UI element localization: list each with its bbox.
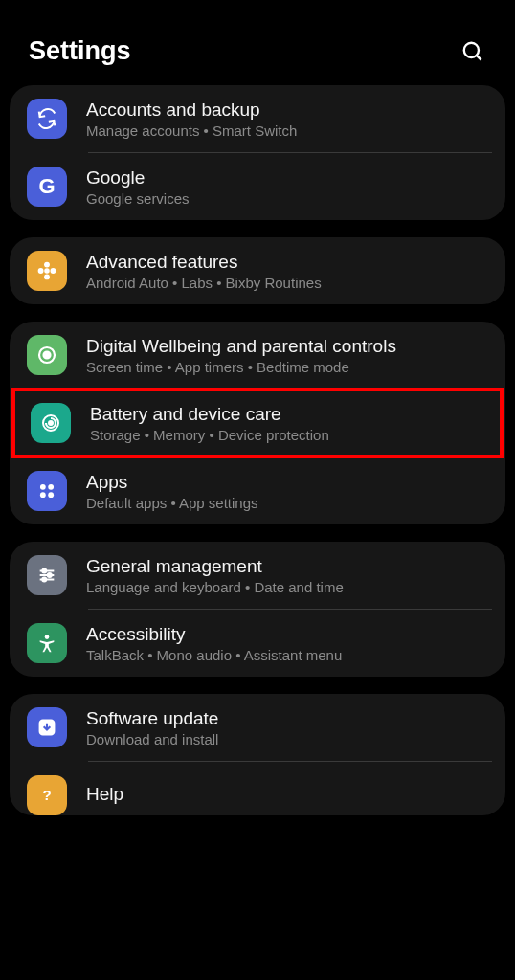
item-subtitle: Language and keyboard • Date and time <box>86 579 488 595</box>
item-subtitle: Download and install <box>86 731 488 747</box>
svg-point-4 <box>44 274 50 279</box>
item-subtitle: Google services <box>86 190 488 207</box>
apps-icon <box>27 471 67 511</box>
settings-group: Accounts and backup Manage accounts • Sm… <box>10 85 505 220</box>
google-icon: G <box>27 167 67 207</box>
item-text: Apps Default apps • App settings <box>86 472 488 511</box>
item-subtitle: Default apps • App settings <box>86 495 488 511</box>
flower-icon <box>27 251 67 291</box>
accessibility-icon <box>27 623 67 663</box>
settings-item-wellbeing[interactable]: Digital Wellbeing and parental controls … <box>10 322 505 389</box>
item-text: Advanced features Android Auto • Labs • … <box>86 252 488 291</box>
item-text: Help <box>86 784 488 807</box>
search-icon <box>460 39 485 64</box>
settings-item-general[interactable]: General management Language and keyboard… <box>10 542 505 609</box>
svg-text:?: ? <box>42 787 51 803</box>
item-title: Accessibility <box>86 624 488 645</box>
item-text: Accessibility TalkBack • Mono audio • As… <box>86 624 488 663</box>
svg-point-18 <box>48 573 52 577</box>
settings-item-software[interactable]: Software update Download and install <box>10 694 505 761</box>
settings-group: Advanced features Android Auto • Labs • … <box>10 237 505 304</box>
wellbeing-icon <box>27 335 67 375</box>
item-text: Google Google services <box>86 167 488 207</box>
search-button[interactable] <box>459 38 486 65</box>
item-text: Accounts and backup Manage accounts • Sm… <box>86 100 488 139</box>
item-title: Accounts and backup <box>86 100 488 121</box>
svg-point-14 <box>48 492 54 498</box>
item-title: Battery and device care <box>90 404 484 425</box>
svg-point-0 <box>464 42 479 56</box>
svg-point-13 <box>40 492 46 498</box>
settings-group: General management Language and keyboard… <box>10 542 505 677</box>
svg-point-8 <box>44 352 51 359</box>
item-title: Digital Wellbeing and parental controls <box>86 336 488 357</box>
help-icon: ? <box>27 775 67 815</box>
update-icon <box>27 707 67 747</box>
settings-item-advanced[interactable]: Advanced features Android Auto • Labs • … <box>10 237 505 304</box>
sync-icon <box>27 99 67 139</box>
svg-point-6 <box>50 268 56 274</box>
svg-line-1 <box>477 55 481 59</box>
page-title: Settings <box>29 36 131 66</box>
settings-group: Digital Wellbeing and parental controls … <box>10 322 505 524</box>
device-care-icon <box>31 403 71 443</box>
settings-item-accessibility[interactable]: Accessibility TalkBack • Mono audio • As… <box>10 610 505 677</box>
svg-point-12 <box>48 484 54 490</box>
settings-group: Software update Download and install ? H… <box>10 694 505 815</box>
svg-point-11 <box>40 484 46 490</box>
settings-item-apps[interactable]: Apps Default apps • App settings <box>10 457 505 524</box>
item-text: Digital Wellbeing and parental controls … <box>86 336 488 375</box>
svg-point-16 <box>42 568 46 572</box>
item-subtitle: Manage accounts • Smart Switch <box>86 122 488 139</box>
item-title: Apps <box>86 472 488 493</box>
item-text: Battery and device care Storage • Memory… <box>90 404 484 443</box>
item-subtitle: Storage • Memory • Device protection <box>90 427 484 443</box>
item-title: Google <box>86 167 488 189</box>
svg-point-20 <box>42 578 46 582</box>
svg-point-5 <box>38 268 44 274</box>
item-title: Advanced features <box>86 252 488 273</box>
svg-point-2 <box>44 268 50 274</box>
settings-item-google[interactable]: G Google Google services <box>10 153 505 220</box>
svg-point-3 <box>44 262 50 268</box>
item-subtitle: Screen time • App timers • Bedtime mode <box>86 359 488 375</box>
sliders-icon <box>27 555 67 595</box>
item-text: Software update Download and install <box>86 708 488 747</box>
svg-point-10 <box>49 421 53 425</box>
svg-point-21 <box>45 635 50 639</box>
item-title: Help <box>86 784 488 805</box>
item-subtitle: Android Auto • Labs • Bixby Routines <box>86 275 488 291</box>
item-title: Software update <box>86 708 488 729</box>
settings-item-accounts[interactable]: Accounts and backup Manage accounts • Sm… <box>10 85 505 152</box>
header: Settings <box>0 0 515 89</box>
settings-item-help[interactable]: ? Help <box>10 762 505 815</box>
item-title: General management <box>86 556 488 577</box>
item-subtitle: TalkBack • Mono audio • Assistant menu <box>86 647 488 663</box>
item-text: General management Language and keyboard… <box>86 556 488 595</box>
settings-item-battery[interactable]: Battery and device care Storage • Memory… <box>13 390 502 457</box>
